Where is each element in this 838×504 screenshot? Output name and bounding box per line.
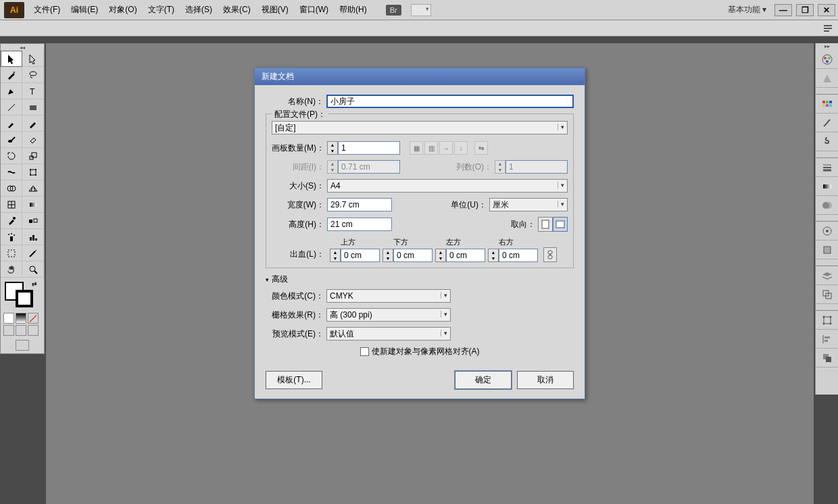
paintbrush-tool[interactable]	[1, 116, 22, 132]
pen-tool[interactable]	[1, 83, 22, 99]
bleed-bottom-input[interactable]	[393, 249, 433, 262]
slice-tool[interactable]	[22, 245, 44, 261]
orientation-portrait[interactable]	[538, 217, 553, 232]
stroke-panel-icon[interactable]	[816, 158, 838, 177]
type-tool[interactable]: T	[22, 83, 44, 99]
fill-stroke-swatches[interactable]: ⇄	[3, 280, 41, 311]
color-mode-gradient[interactable]	[16, 313, 26, 324]
layers-panel-icon[interactable]	[816, 266, 838, 285]
artboards-panel-icon[interactable]	[816, 285, 838, 304]
transform-panel-icon[interactable]	[816, 311, 838, 330]
scale-tool[interactable]	[22, 148, 44, 164]
raster-dropdown[interactable]: 高 (300 ppi)	[326, 308, 451, 322]
align-pixel-checkbox[interactable]	[360, 347, 369, 356]
lasso-tool[interactable]	[22, 67, 44, 83]
transparency-panel-icon[interactable]	[816, 196, 838, 215]
rotate-tool[interactable]	[1, 148, 22, 164]
colormode-dropdown[interactable]: CMYK	[326, 289, 451, 303]
tools-collapse[interactable]	[1, 44, 44, 51]
stroke-swatch[interactable]	[16, 290, 33, 307]
right-collapse[interactable]	[816, 43, 838, 50]
workspace-switcher[interactable]: 基本功能 ▾	[724, 4, 770, 16]
svg-line-6	[8, 104, 15, 111]
gradient-tool[interactable]	[22, 197, 44, 213]
bleed-bottom-stepper[interactable]: ▲▼	[383, 249, 393, 262]
width-tool[interactable]	[1, 164, 22, 180]
color-panel-icon[interactable]	[816, 50, 838, 69]
menu-select[interactable]: 选择(S)	[180, 4, 218, 16]
column-graph-tool[interactable]	[22, 229, 44, 245]
close-button[interactable]: ✕	[818, 4, 835, 16]
size-dropdown[interactable]: A4	[327, 179, 568, 193]
orientation-landscape[interactable]	[553, 217, 568, 232]
arrange-documents-dropdown[interactable]	[411, 4, 431, 16]
advanced-toggle[interactable]: 高级	[266, 274, 574, 285]
cancel-button[interactable]: 取消	[517, 371, 574, 389]
swatches-panel-icon[interactable]	[816, 95, 838, 114]
artboards-input[interactable]	[338, 141, 400, 155]
hand-tool[interactable]	[1, 261, 22, 278]
pencil-tool[interactable]	[22, 116, 44, 132]
rectangle-tool[interactable]	[22, 99, 44, 116]
align-panel-icon[interactable]	[816, 330, 838, 349]
units-dropdown[interactable]: 厘米	[489, 198, 568, 211]
template-button[interactable]: 模板(T)...	[266, 371, 322, 389]
artboard-tool[interactable]	[1, 245, 22, 261]
perspective-grid-tool[interactable]	[22, 180, 44, 197]
pathfinder-panel-icon[interactable]	[816, 349, 838, 368]
bleed-link-icon[interactable]	[543, 247, 557, 262]
name-input[interactable]	[326, 95, 574, 108]
line-tool[interactable]	[1, 99, 22, 116]
color-mode-none[interactable]	[28, 313, 39, 324]
color-mode-solid[interactable]	[3, 313, 14, 324]
menu-type[interactable]: 文字(T)	[143, 4, 180, 16]
color-guide-panel-icon[interactable]	[816, 69, 838, 88]
zoom-tool[interactable]	[22, 261, 44, 278]
appearance-panel-icon[interactable]	[816, 222, 838, 241]
bleed-left-stepper[interactable]: ▲▼	[435, 249, 446, 262]
bleed-top-input[interactable]	[341, 249, 380, 262]
artboards-stepper[interactable]: ▲▼	[327, 141, 338, 155]
screen-mode[interactable]	[16, 340, 29, 351]
preview-dropdown[interactable]: 默认值	[326, 327, 451, 341]
swap-fill-stroke-icon[interactable]: ⇄	[32, 280, 37, 287]
direct-selection-tool[interactable]	[22, 51, 44, 67]
brushes-panel-icon[interactable]	[816, 114, 838, 132]
draw-inside[interactable]	[28, 325, 39, 336]
height-input[interactable]	[327, 218, 392, 231]
blend-tool[interactable]	[22, 213, 44, 229]
align-pixel-label: 使新建对象与像素网格对齐(A)	[372, 346, 480, 357]
menu-file[interactable]: 文件(F)	[28, 4, 66, 16]
ok-button[interactable]: 确定	[455, 371, 512, 389]
bleed-left-input[interactable]	[446, 249, 485, 262]
magic-wand-tool[interactable]	[1, 67, 22, 83]
eyedropper-tool[interactable]	[1, 213, 22, 229]
symbols-panel-icon[interactable]	[816, 132, 838, 151]
graphic-styles-panel-icon[interactable]	[816, 241, 838, 259]
profile-dropdown[interactable]: [自定]	[272, 121, 568, 134]
bleed-top-stepper[interactable]: ▲▼	[330, 249, 341, 262]
gradient-panel-icon[interactable]	[816, 177, 838, 196]
panel-menu-icon[interactable]	[823, 23, 833, 32]
draw-normal[interactable]	[3, 325, 14, 336]
width-input[interactable]	[327, 198, 392, 211]
menu-help[interactable]: 帮助(H)	[334, 4, 372, 16]
free-transform-tool[interactable]	[22, 164, 44, 180]
selection-tool[interactable]	[1, 51, 22, 67]
menu-view[interactable]: 视图(V)	[256, 4, 294, 16]
mesh-tool[interactable]	[1, 197, 22, 213]
eraser-tool[interactable]	[22, 132, 44, 148]
maximize-button[interactable]: ❐	[796, 4, 814, 16]
minimize-button[interactable]: —	[774, 4, 792, 16]
menu-window[interactable]: 窗口(W)	[294, 4, 334, 16]
menu-object[interactable]: 对象(O)	[103, 4, 142, 16]
shape-builder-tool[interactable]	[1, 180, 22, 197]
blob-brush-tool[interactable]	[1, 132, 22, 148]
bleed-right-stepper[interactable]: ▲▼	[488, 249, 499, 262]
symbol-sprayer-tool[interactable]	[1, 229, 22, 245]
bleed-right-input[interactable]	[499, 249, 538, 262]
menu-effect[interactable]: 效果(C)	[218, 4, 256, 16]
draw-behind[interactable]	[16, 325, 26, 336]
menu-edit[interactable]: 编辑(E)	[66, 4, 103, 16]
bridge-button[interactable]: Br	[386, 5, 401, 16]
